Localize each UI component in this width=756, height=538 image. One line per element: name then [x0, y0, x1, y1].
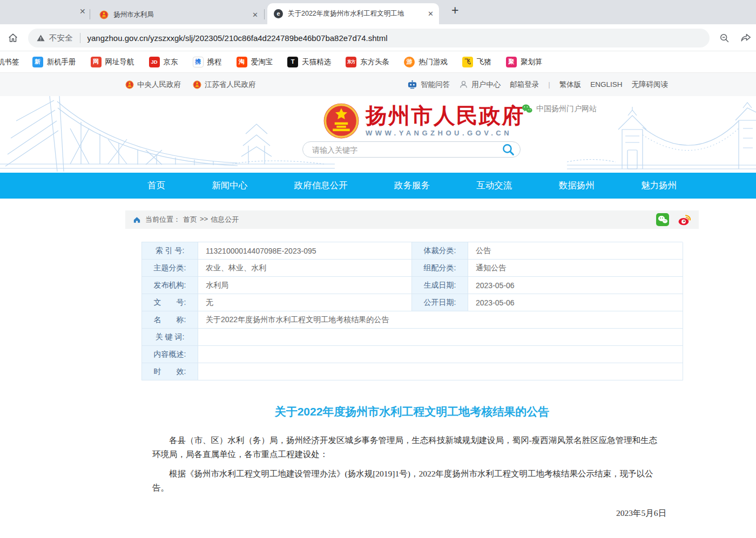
meta-value-publisher: 水利局: [198, 277, 412, 294]
not-secure-warning-icon[interactable]: [36, 33, 45, 43]
bookmark-label: 新机手册: [47, 57, 76, 67]
security-label[interactable]: 不安全: [49, 33, 73, 43]
breadcrumb-current-link[interactable]: 信息公开: [211, 215, 239, 224]
english-version-link[interactable]: ENGLISH: [590, 80, 622, 88]
article-paragraph: 各县（市、区）水利（务）局，扬州经济开发区城乡事务管理局，生态科技新城规划建设局…: [152, 433, 665, 461]
site-logo[interactable]: 扬州市人民政府 WWW.YANGZHOU.GOV.CN: [322, 102, 524, 140]
search-icon[interactable]: [502, 143, 515, 156]
bookmark-item[interactable]: 聚 聚划算: [506, 57, 543, 67]
nav-item-interaction[interactable]: 互动交流: [476, 180, 512, 192]
new-tab-button[interactable]: +: [451, 3, 458, 18]
nav-item-data[interactable]: 数据扬州: [559, 180, 595, 192]
gov-link-label: 江苏省人民政府: [205, 80, 256, 90]
bookmark-item[interactable]: JD 京东: [149, 57, 178, 67]
home-icon[interactable]: [133, 216, 141, 224]
wechat-share-icon[interactable]: [656, 213, 669, 226]
bookmark-item[interactable]: 飞 飞猪: [462, 57, 491, 67]
meta-value-created-date: 2023-05-06: [468, 277, 683, 294]
bookmark-item[interactable]: 机书签: [0, 57, 19, 67]
meta-value-publish-date: 2023-05-06: [468, 294, 683, 311]
breadcrumb-prefix: 当前位置：: [145, 215, 180, 224]
tab-title: 关于2022年度扬州市水利工程文明工地: [288, 9, 422, 18]
bookmark-label: 飞猪: [477, 57, 491, 67]
browser-tab-water-bureau[interactable]: 扬州市水利局 ✕: [93, 5, 264, 24]
meta-label: 索 引 号:: [142, 242, 198, 260]
close-icon[interactable]: ✕: [252, 11, 258, 19]
weibo-share-icon[interactable]: [678, 213, 691, 227]
accessibility-link[interactable]: 无障碍阅读: [632, 80, 669, 90]
bookmark-label: 网址导航: [105, 57, 134, 67]
bookmark-item[interactable]: 东方 东方头条: [346, 57, 389, 67]
site-name: 扬州市人民政府: [366, 105, 524, 127]
gov-link-label: 中央人民政府: [137, 80, 181, 90]
page-url[interactable]: yangzhou.gov.cn/yzszxxgk/slj/202305/210c…: [87, 33, 388, 43]
robot-icon: [407, 80, 417, 90]
meta-label: 文 号:: [142, 294, 198, 311]
breadcrumb-home-link[interactable]: 首页: [183, 215, 197, 224]
document-meta-table: 索 引 号: 11321000014407098E-2023-095 体裁分类:…: [141, 242, 683, 380]
breadcrumb: 当前位置： 首页 >> 信息公开: [145, 215, 239, 224]
portal-label-block[interactable]: 中国扬州门户网站: [522, 104, 597, 114]
nav-item-info-disclosure[interactable]: 政府信息公开: [294, 180, 348, 192]
bookmark-item[interactable]: 新 新机手册: [32, 57, 76, 67]
meta-label: 发布机构:: [142, 277, 198, 294]
meta-value-topic: 农业、林业、水利: [198, 260, 412, 277]
tab-title: 扬州市水利局: [113, 10, 247, 19]
tab-separator: [90, 9, 90, 19]
meta-label: 时 效:: [142, 363, 198, 380]
article-paragraph: 根据《扬州市水利工程文明工地建设管理办法》(扬水规[2019]1号)，2022年…: [152, 467, 665, 495]
portal-label: 中国扬州门户网站: [536, 104, 597, 114]
nav-item-news[interactable]: 新闻中心: [212, 180, 247, 192]
url-field[interactable]: 不安全 yangzhou.gov.cn/yzszxxgk/slj/202305/…: [28, 29, 710, 47]
browser-tab-active-announcement[interactable]: e 关于2022年度扬州市水利工程文明工地 ✕: [267, 3, 439, 24]
mail-login-link[interactable]: 邮箱登录: [510, 80, 539, 90]
tab-separator: [264, 9, 265, 19]
bookmark-favicon: T: [287, 57, 298, 67]
meta-label: 体裁分类:: [412, 242, 468, 260]
national-emblem-icon: [322, 102, 360, 140]
bookmark-favicon: 东方: [346, 57, 356, 67]
header-artwork-bridge-left: [0, 96, 335, 173]
link-jiangsu-gov[interactable]: 江苏省人民政府: [193, 80, 256, 90]
bookmark-item[interactable]: T 天猫精选: [287, 57, 331, 67]
traditional-version-link[interactable]: 繁体版: [559, 80, 582, 90]
meta-value-validity: [198, 363, 683, 380]
site-title-block: 扬州市人民政府 WWW.YANGZHOU.GOV.CN: [366, 105, 524, 137]
zoom-out-icon[interactable]: [719, 32, 730, 44]
user-center-link[interactable]: 用户中心: [459, 80, 501, 90]
breadcrumb-separator: >>: [200, 215, 208, 224]
meta-value-group: 通知公告: [468, 260, 683, 277]
bookmark-label: 爱淘宝: [251, 57, 273, 67]
bookmark-label: 热门游戏: [418, 57, 448, 67]
site-search-input[interactable]: [311, 142, 491, 158]
bookmark-item[interactable]: 淘 爱淘宝: [237, 57, 273, 67]
site-url-text: WWW.YANGZHOU.GOV.CN: [366, 129, 524, 137]
bookmark-item[interactable]: 游 热门游戏: [404, 57, 448, 67]
bookmark-label: 京东: [164, 57, 178, 67]
share-icon[interactable]: [740, 32, 752, 44]
bookmark-favicon: 游: [404, 57, 415, 67]
close-icon[interactable]: ✕: [79, 7, 86, 16]
smart-qa-link[interactable]: 智能问答: [407, 80, 450, 90]
divider: |: [548, 80, 550, 88]
bookmark-item[interactable]: 携 携程: [193, 57, 222, 67]
link-central-gov[interactable]: 中央人民政府: [125, 80, 181, 90]
bookmark-favicon: 新: [32, 57, 43, 67]
bookmark-label: 东方头条: [360, 57, 389, 67]
user-icon: [459, 80, 468, 89]
bookmark-label: 携程: [207, 57, 222, 67]
meta-label: 公开日期:: [412, 294, 468, 311]
bookmark-favicon: 携: [193, 57, 204, 67]
user-center-label: 用户中心: [471, 80, 501, 90]
site-header-banner: 扬州市人民政府 WWW.YANGZHOU.GOV.CN 中国扬州门户网站: [0, 96, 756, 173]
bookmark-label: 机书签: [0, 57, 19, 67]
nav-item-home[interactable]: 首页: [147, 180, 165, 192]
nav-item-services[interactable]: 政务服务: [394, 180, 430, 192]
nav-item-charm[interactable]: 魅力扬州: [641, 180, 677, 192]
article-date: 2023年5月6日: [125, 508, 666, 519]
bookmarks-bar: 机书签 新 新机手册 网 网址导航 JD 京东 携 携程 淘 爱淘宝 T 天猫精…: [0, 51, 756, 73]
close-icon[interactable]: ✕: [428, 10, 434, 18]
bookmark-item[interactable]: 网 网址导航: [91, 57, 134, 67]
home-icon[interactable]: [7, 32, 19, 44]
meta-value-index-number: 11321000014407098E-2023-095: [198, 242, 412, 260]
